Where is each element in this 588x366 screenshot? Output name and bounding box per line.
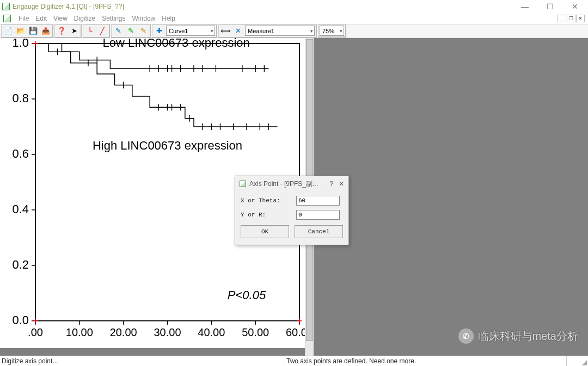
svg-text:1.0: 1.0 <box>12 38 29 49</box>
menu-file[interactable]: File <box>19 15 29 22</box>
axis-tool-icon[interactable]: └ <box>84 26 95 36</box>
input-y-or-r[interactable] <box>296 210 340 220</box>
save-icon[interactable]: 💾 <box>28 26 39 36</box>
measure-select[interactable]: Measure1 <box>245 26 315 36</box>
resize-grip[interactable]: ◢ <box>566 356 588 366</box>
ok-button[interactable]: OK <box>241 225 289 238</box>
svg-text:Low LINC00673 expression: Low LINC00673 expression <box>103 38 250 49</box>
mdi-restore-button[interactable]: ❐ <box>567 15 575 22</box>
svg-text:40.00: 40.00 <box>198 326 225 338</box>
svg-text:.00: .00 <box>28 326 43 338</box>
curve-point-icon[interactable]: ✎ <box>113 26 124 36</box>
mdi-background: ✆ 临床科研与meta分析 <box>314 38 588 356</box>
wechat-icon: ✆ <box>458 328 474 344</box>
watermark: ✆ 临床科研与meta分析 <box>458 328 578 344</box>
open-icon[interactable]: 📂 <box>15 26 26 36</box>
mdi-close-button[interactable]: ✕ <box>576 15 585 22</box>
export-icon[interactable]: 📤 <box>40 26 51 36</box>
menu-digitize[interactable]: Digitize <box>74 15 95 22</box>
close-button[interactable]: ✕ <box>568 2 581 11</box>
svg-text:20.00: 20.00 <box>110 326 137 338</box>
dialog-help-button[interactable]: ? <box>329 180 333 188</box>
menu-help[interactable]: Help <box>162 15 175 22</box>
zoom-select[interactable]: 75% <box>320 26 344 36</box>
dialog-title-text: Axis Point - [9PFS_副... <box>249 179 318 189</box>
app-icon <box>2 3 10 10</box>
workspace: 0.00.20.40.60.81.0.0010.0020.0030.0040.0… <box>0 38 588 356</box>
watermark-text: 临床科研与meta分析 <box>478 329 578 344</box>
menu-settings[interactable]: Settings <box>102 15 125 22</box>
svg-text:10.00: 10.00 <box>66 326 93 338</box>
menu-window[interactable]: Window <box>132 15 156 22</box>
svg-text:0.2: 0.2 <box>12 258 29 271</box>
curve-cross-icon[interactable]: ✚ <box>154 26 164 36</box>
measure-icon[interactable]: ⟺ <box>220 26 231 36</box>
help-icon[interactable]: ❓ <box>56 26 67 36</box>
svg-text:0.4: 0.4 <box>12 202 29 216</box>
titlebar: Engauge Digitizer 4.1 [Qt] - [9PFS_??] —… <box>0 0 588 13</box>
svg-text:P<0.05: P<0.05 <box>228 288 266 302</box>
dialog-icon <box>240 181 246 187</box>
svg-text:30.00: 30.00 <box>154 326 181 338</box>
dialog-titlebar[interactable]: Axis Point - [9PFS_副... ? ✕ <box>235 176 348 191</box>
mdi-minimize-button[interactable]: _ <box>558 15 566 22</box>
label-x-or-theta: X or Theta: <box>241 197 296 204</box>
svg-text:60.00: 60.00 <box>286 326 305 338</box>
import-icon[interactable]: 📄 <box>3 26 14 36</box>
statusbar: Digitize axis point... Two axis points a… <box>0 356 588 366</box>
status-right: Two axis points are defined. Need one mo… <box>284 357 566 365</box>
toolbar: 📄 📂 💾 📤 ❓ ➤ └ ╱ ✎ ✎ ✎ ✚ Curve1 ⟺ ✕ Measu… <box>0 24 588 38</box>
segment-fill-icon[interactable]: ✎ <box>125 26 136 36</box>
menu-view[interactable]: View <box>53 15 68 22</box>
scale-tool-icon[interactable]: ╱ <box>97 26 108 36</box>
point-match-icon[interactable]: ✎ <box>138 26 149 36</box>
label-y-or-r: Y or R: <box>241 212 296 218</box>
dialog-close-button[interactable]: ✕ <box>339 180 344 188</box>
measure-cross-icon[interactable]: ✕ <box>232 26 243 36</box>
window-title: Engauge Digitizer 4.1 [Qt] - [9PFS_??] <box>13 3 124 10</box>
svg-text:High LINC00673 expression: High LINC00673 expression <box>93 139 242 152</box>
menubar: File Edit View Digitize Settings Window … <box>0 13 588 24</box>
svg-text:0.6: 0.6 <box>12 147 29 160</box>
minimize-button[interactable]: — <box>518 2 531 11</box>
axis-point-dialog: Axis Point - [9PFS_副... ? ✕ X or Theta: … <box>235 176 349 245</box>
status-left: Digitize axis point... <box>0 357 284 365</box>
curve-select[interactable]: Curve1 <box>166 26 215 36</box>
menu-edit[interactable]: Edit <box>35 15 47 22</box>
svg-text:0.8: 0.8 <box>12 91 29 105</box>
input-x-or-theta[interactable] <box>296 196 340 206</box>
cancel-button[interactable]: Cancel <box>295 225 343 238</box>
maximize-button[interactable]: ☐ <box>543 2 556 11</box>
menu-icon <box>3 15 11 22</box>
svg-text:50.00: 50.00 <box>242 326 269 338</box>
svg-text:0.0: 0.0 <box>12 313 29 327</box>
pointer-icon[interactable]: ➤ <box>69 26 79 36</box>
